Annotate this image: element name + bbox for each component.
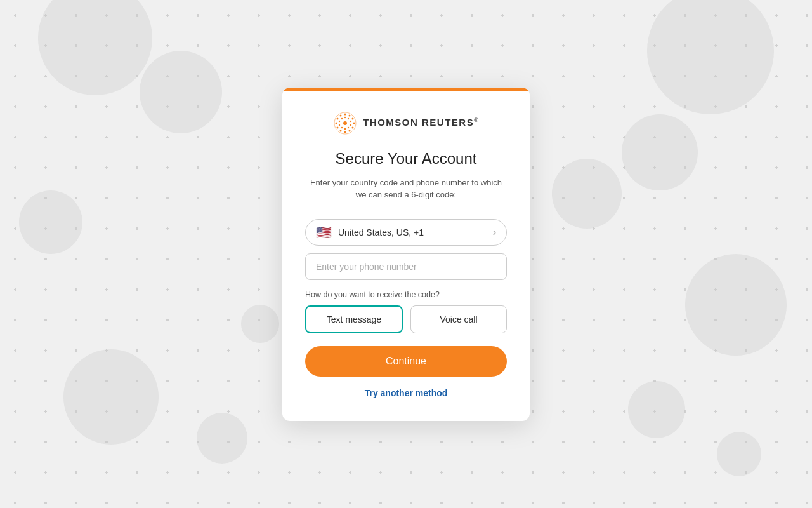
- continue-button[interactable]: Continue: [305, 346, 507, 377]
- svg-point-5: [352, 126, 354, 128]
- svg-point-9: [337, 126, 339, 128]
- secure-account-card: THOMSON REUTERS® Secure Your Account Ent…: [282, 88, 530, 421]
- thomson-reuters-logo-icon: [334, 112, 357, 135]
- page-subtitle: Enter your country code and phone number…: [305, 177, 507, 201]
- deco-circle: [552, 159, 622, 229]
- logo-registered: ®: [474, 117, 478, 123]
- svg-point-20: [339, 124, 340, 125]
- text-message-button[interactable]: Text message: [305, 305, 403, 333]
- deco-circle: [19, 190, 82, 254]
- svg-point-22: [341, 117, 343, 119]
- card-inner: THOMSON REUTERS® Secure Your Account Ent…: [282, 91, 530, 398]
- country-selector[interactable]: 🇺🇸 United States, US, +1 ›: [305, 219, 507, 246]
- deco-circle: [63, 349, 159, 444]
- deco-circle: [140, 51, 222, 133]
- svg-point-19: [341, 126, 343, 128]
- deco-circle: [241, 305, 279, 343]
- country-flag: 🇺🇸: [316, 226, 332, 239]
- logo-name: THOMSON REUTERS: [363, 117, 474, 128]
- page-title: Secure Your Account: [336, 150, 477, 168]
- svg-point-14: [348, 117, 349, 119]
- svg-point-13: [344, 116, 346, 117]
- method-buttons-group: Text message Voice call: [305, 305, 507, 333]
- deco-circle: [197, 413, 247, 464]
- svg-point-2: [349, 114, 351, 116]
- svg-point-21: [339, 120, 340, 121]
- logo-text-area: THOMSON REUTERS®: [363, 117, 478, 128]
- svg-point-15: [350, 120, 351, 121]
- deco-circle: [628, 381, 685, 438]
- svg-point-10: [336, 122, 337, 124]
- svg-point-3: [352, 117, 354, 119]
- logo-area: THOMSON REUTERS®: [334, 112, 478, 135]
- svg-point-8: [340, 130, 342, 131]
- code-method-label: How do you want to receive the code?: [305, 290, 440, 299]
- country-label: United States, US, +1: [338, 227, 424, 237]
- chevron-right-icon: ›: [493, 227, 496, 238]
- try-another-method-link[interactable]: Try another method: [365, 388, 448, 398]
- deco-circle: [685, 254, 787, 356]
- svg-point-18: [344, 128, 346, 129]
- svg-point-17: [348, 126, 349, 128]
- deco-circle: [717, 432, 761, 476]
- svg-point-6: [349, 130, 351, 131]
- country-selector-left: 🇺🇸 United States, US, +1: [316, 226, 424, 239]
- svg-point-11: [337, 117, 339, 119]
- svg-point-16: [350, 124, 351, 125]
- phone-number-input[interactable]: [305, 253, 507, 280]
- svg-point-4: [353, 122, 355, 124]
- svg-point-7: [344, 131, 346, 133]
- svg-point-1: [344, 113, 346, 115]
- svg-point-12: [340, 114, 342, 116]
- svg-point-23: [343, 121, 347, 125]
- deco-circle: [622, 114, 698, 190]
- voice-call-button[interactable]: Voice call: [410, 305, 507, 333]
